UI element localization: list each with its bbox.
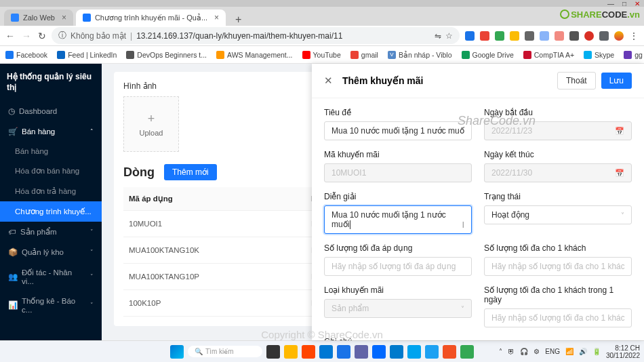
window-minimize[interactable]: — (607, 0, 614, 7)
bookmark-devops[interactable]: DevOps Beginners t... (126, 51, 207, 59)
tab-zalo[interactable]: Zalo Web × (4, 9, 73, 26)
ext-icon[interactable] (465, 31, 475, 41)
ext-icon[interactable] (495, 31, 504, 41)
bookmark-skype[interactable]: Skype (584, 51, 614, 59)
bookmark-gmail[interactable]: gmail (350, 51, 378, 59)
nav-forward-icon[interactable]: → (22, 31, 31, 41)
sidebar-item-dashboard[interactable]: ◷Dashboard (0, 101, 102, 121)
nav-back-icon[interactable]: ← (5, 31, 15, 41)
drawer-close-icon[interactable]: ✕ (324, 75, 333, 87)
bookmarks-bar: Facebook Feed | LinkedIn DevOps Beginner… (0, 46, 644, 64)
teams-icon[interactable] (355, 345, 368, 359)
sidebar-item-warehouse[interactable]: 📦Quản lý kho˅ (0, 242, 102, 262)
edge-icon[interactable] (319, 345, 333, 359)
input-desc[interactable]: Mua 10 nước muối tặng 1 nước muốiI (324, 205, 472, 234)
tb-icon[interactable] (407, 345, 421, 359)
tab-zalo-label: Zalo Web (23, 14, 55, 22)
label-maxday: Số lượng tối đa cho 1 khách trong 1 ngày (484, 285, 632, 304)
sidebar-item-product[interactable]: 🏷Sản phẩm˅ (0, 222, 102, 242)
bookmark-viblo[interactable]: VBản nháp - Viblo (388, 51, 452, 59)
nav-reload-icon[interactable]: ↻ (38, 31, 46, 41)
clock-time[interactable]: 8:12 CH (606, 344, 640, 352)
bookmark-facebook[interactable]: Facebook (5, 51, 47, 59)
ext-icon[interactable] (510, 31, 519, 41)
chrome-icon[interactable] (337, 345, 350, 359)
ext-icon[interactable] (555, 31, 564, 41)
input-title[interactable] (324, 121, 472, 140)
bookmark-youtube[interactable]: YouTube (302, 51, 341, 59)
tray-icon[interactable]: 🎧 (520, 348, 528, 355)
ext-icon[interactable] (480, 31, 489, 41)
sidebar-sub-invoice[interactable]: Hóa đơn bán hàng (0, 161, 102, 181)
vscode-icon[interactable] (390, 345, 403, 359)
share-icon[interactable]: ⇋ (435, 31, 441, 41)
sidebar-sub-sales[interactable]: Bán hàng (0, 142, 102, 161)
taskbar-search[interactable]: 🔍Tìm kiếm (188, 346, 262, 357)
tray-chevron-icon[interactable]: ˄ (499, 348, 502, 355)
save-button[interactable]: Lưu (601, 73, 632, 89)
ext-icon[interactable] (599, 31, 609, 41)
tb-icon[interactable] (425, 345, 439, 359)
bookmark-gdrive[interactable]: Google Drive (462, 51, 514, 59)
opera-icon[interactable] (302, 345, 315, 359)
users-icon: 👥 (8, 272, 18, 281)
url-input[interactable]: ⓘ Không bảo mật | 13.214.169.137/quan-ly… (52, 27, 460, 44)
calendar-icon: 📅 (615, 127, 624, 136)
bookmark-comptia[interactable]: CompTIA A+ (523, 51, 574, 59)
input-maxcust[interactable] (484, 257, 632, 276)
clock-date[interactable]: 30/11/2022 (606, 352, 640, 359)
window-close[interactable]: ✕ (635, 0, 640, 7)
ext-icon[interactable] (584, 31, 594, 41)
tb-icon[interactable] (460, 345, 474, 359)
address-bar: ← → ↻ ⓘ Không bảo mật | 13.214.169.137/q… (0, 26, 644, 46)
input-maxapply[interactable] (324, 257, 472, 276)
ext-icon[interactable] (569, 31, 579, 41)
menu-icon[interactable]: ⋮ (629, 31, 639, 41)
upload-label: Upload (140, 129, 163, 137)
close-icon[interactable]: × (214, 13, 219, 22)
sidebar-item-stats[interactable]: 📊Thống kê - Báo c...˅ (0, 291, 102, 319)
lang-indicator[interactable]: ENG (545, 348, 560, 355)
sidebar-sub-return[interactable]: Hóa đơn trả hàng (0, 181, 102, 201)
upload-button[interactable]: + Upload (123, 96, 179, 152)
input-start[interactable]: 2022/11/23📅 (484, 121, 632, 140)
exit-button[interactable]: Thoát (557, 72, 596, 89)
start-icon[interactable] (170, 345, 184, 359)
select-status[interactable]: Hoạt động˅ (484, 205, 632, 224)
newtab-button[interactable]: + (228, 14, 248, 26)
label-note: Ghi chú (324, 337, 472, 340)
window-maximize[interactable]: □ (622, 0, 626, 7)
tab-active[interactable]: Chương trình khuyến mãi - Quả... × (76, 9, 226, 26)
sidebar-sub-promo[interactable]: Chương trình khuyế... (0, 201, 102, 222)
select-type[interactable]: Sản phẩm˅ (324, 299, 472, 318)
site-info-icon[interactable]: ⓘ (58, 30, 66, 41)
tb-icon[interactable] (443, 345, 456, 359)
explorer-icon[interactable] (284, 345, 298, 359)
close-icon[interactable]: × (62, 13, 66, 22)
taskview-icon[interactable] (266, 345, 280, 359)
input-end[interactable]: 2022/11/30📅 (484, 163, 632, 182)
bookmark-aws[interactable]: AWS Management... (216, 51, 292, 59)
volume-icon[interactable]: 🔊 (579, 348, 587, 355)
add-button[interactable]: Thêm mới (164, 164, 217, 180)
input-maxday[interactable] (484, 308, 632, 327)
wifi-icon[interactable]: 📶 (565, 348, 573, 355)
bookmark-linkedin[interactable]: Feed | LinkedIn (57, 51, 117, 59)
input-code[interactable]: 10MUOI1 (324, 163, 472, 182)
ext-icon[interactable] (540, 31, 549, 41)
zalo-icon[interactable] (372, 345, 386, 359)
sidebar-item-sales[interactable]: 🛒Bán hàng˄ (0, 121, 102, 142)
tray-icon[interactable]: ⚙ (534, 348, 540, 355)
antd-favicon (83, 14, 91, 22)
ext-icon[interactable] (525, 31, 534, 41)
text-cursor (350, 220, 350, 229)
tray-icon[interactable]: ⛨ (508, 348, 515, 355)
label-maxcust: Số lượng tối đa cho 1 khách (484, 243, 632, 253)
sharecode-logo: SHARECODE.vn (560, 9, 640, 20)
sidebar-item-partner[interactable]: 👥Đối tác - Nhân vi...˅ (0, 262, 102, 291)
avatar-icon[interactable] (614, 31, 624, 41)
star-icon[interactable]: ☆ (445, 31, 453, 41)
label-title: Tiêu đề (324, 108, 472, 117)
battery-icon[interactable]: 🔋 (592, 348, 601, 355)
bookmark-ggform[interactable]: gg Form (624, 51, 644, 59)
